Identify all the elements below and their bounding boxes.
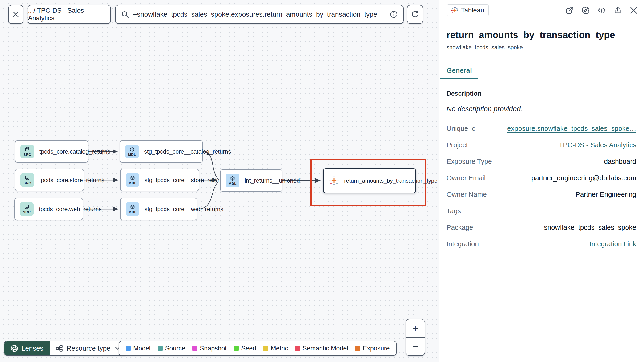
project-link[interactable]: TPC-DS - Sales Analytics: [559, 141, 636, 149]
open-external-icon[interactable]: [566, 6, 574, 15]
lineage-search[interactable]: +snowflake_tpcds_sales_spoke.exposures.r…: [115, 5, 404, 24]
close-panel-icon[interactable]: [630, 6, 638, 15]
zoom-controls: + −: [406, 319, 425, 356]
node-source-store-returns[interactable]: SRC tpcds_core.store_returns: [15, 169, 84, 191]
node-stg-web-returns[interactable]: MDL stg_tpcds_core__web_returns: [120, 198, 197, 220]
hierarchy-icon: [56, 345, 63, 352]
database-icon: [25, 175, 30, 180]
field-tags: Tags: [446, 207, 636, 215]
node-stg-store-returns[interactable]: MDL stg_tpcds_core__store_returns: [120, 169, 199, 191]
resource-title: return_amounts_by_transaction_type: [446, 30, 636, 40]
unique-id-link[interactable]: exposure.snowflake_tpcds_sales_spoke…: [507, 125, 636, 132]
model-badge: MDL: [126, 202, 139, 216]
legend: Model Source Snapshot Seed Metric Semant…: [119, 341, 396, 356]
panel-actions: [566, 6, 638, 15]
integration-link[interactable]: Integration Link: [590, 240, 636, 248]
node-int-returns-unioned[interactable]: MDL int_returns__unioned: [220, 169, 282, 192]
database-icon: [25, 147, 30, 152]
tab-general[interactable]: General: [440, 67, 478, 79]
details-panel: Tableau return_amounts_by_transaction_ty…: [438, 0, 644, 362]
legend-item-source: Source: [158, 345, 186, 352]
semantic-model-swatch: [295, 346, 300, 351]
legend-item-exposure: Exposure: [355, 345, 390, 352]
field-package: Package snowflake_tpcds_sales_spoke: [446, 224, 636, 231]
cube-icon: [130, 175, 135, 180]
resource-package-subtitle: snowflake_tpcds_sales_spoke: [446, 44, 636, 51]
explore-compass-icon[interactable]: [582, 6, 590, 15]
panel-tabs: General: [446, 67, 636, 79]
resource-type-dropdown[interactable]: Resource type: [50, 341, 127, 355]
exposure-swatch: [355, 346, 360, 351]
integration-badge: Tableau: [446, 4, 489, 17]
field-integration: Integration Integration Link: [446, 240, 636, 248]
cube-icon: [130, 147, 135, 152]
tableau-icon: [329, 176, 339, 186]
code-icon[interactable]: [598, 6, 606, 15]
legend-item-model: Model: [126, 345, 151, 352]
source-badge: SRC: [20, 202, 34, 216]
model-badge: MDL: [226, 174, 240, 187]
node-source-web-returns[interactable]: SRC tpcds_core.web_returns: [14, 198, 83, 220]
node-source-catalog-returns[interactable]: SRC tpcds_core.catalog_returns: [15, 140, 88, 163]
description-heading: Description: [446, 90, 636, 97]
lenses-button[interactable]: Lenses: [4, 341, 50, 355]
aperture-icon: [10, 344, 18, 352]
refresh-icon: [411, 11, 419, 18]
snapshot-swatch: [192, 346, 197, 351]
info-icon[interactable]: [390, 11, 398, 18]
legend-item-seed: Seed: [234, 345, 256, 352]
description-empty-text: No description provided.: [446, 105, 636, 113]
node-exposure-return-amounts[interactable]: return_amounts_by_transaction_type: [323, 168, 416, 193]
lineage-canvas[interactable]: .. / TPC-DS - Sales Analytics +snowflake…: [0, 0, 438, 362]
source-badge: SRC: [20, 145, 34, 158]
refresh-graph-button[interactable]: [407, 5, 423, 24]
legend-item-semantic-model: Semantic Model: [295, 345, 348, 352]
legend-item-snapshot: Snapshot: [192, 345, 227, 352]
details-panel-header: Tableau: [439, 0, 644, 21]
field-owner-name: Owner Name Partner Engineering: [446, 191, 636, 199]
cube-icon: [230, 176, 235, 181]
node-stg-catalog-returns[interactable]: MDL stg_tpcds_core__catalog_returns: [120, 140, 203, 163]
legend-item-metric: Metric: [263, 345, 288, 352]
close-icon: [12, 11, 19, 18]
breadcrumb[interactable]: .. / TPC-DS - Sales Analytics: [28, 5, 111, 24]
model-swatch: [126, 346, 131, 351]
graph-controls: Lenses Resource type: [4, 341, 127, 356]
tableau-icon: [451, 7, 458, 14]
details-fields: Unique Id exposure.snowflake_tpcds_sales…: [446, 125, 636, 248]
field-project: Project TPC-DS - Sales Analytics: [446, 141, 636, 149]
metric-swatch: [263, 346, 268, 351]
database-icon: [24, 204, 30, 210]
zoom-in-button[interactable]: +: [406, 319, 425, 338]
search-input[interactable]: +snowflake_tpcds_sales_spoke.exposures.r…: [133, 11, 386, 18]
model-badge: MDL: [126, 173, 139, 187]
seed-swatch: [234, 346, 239, 351]
share-icon[interactable]: [614, 6, 622, 15]
field-unique-id: Unique Id exposure.snowflake_tpcds_sales…: [446, 125, 636, 132]
field-exposure-type: Exposure Type dashboard: [446, 158, 636, 165]
source-swatch: [158, 346, 163, 351]
zoom-out-button[interactable]: −: [406, 338, 425, 356]
cube-icon: [130, 204, 135, 210]
breadcrumb-text: .. / TPC-DS - Sales Analytics: [28, 7, 110, 22]
model-badge: MDL: [125, 145, 139, 158]
field-owner-email: Owner Email partner_engineering@dbtlabs.…: [446, 174, 636, 182]
search-icon: [121, 11, 129, 18]
close-graph-button[interactable]: [8, 5, 23, 24]
source-badge: SRC: [20, 173, 34, 187]
